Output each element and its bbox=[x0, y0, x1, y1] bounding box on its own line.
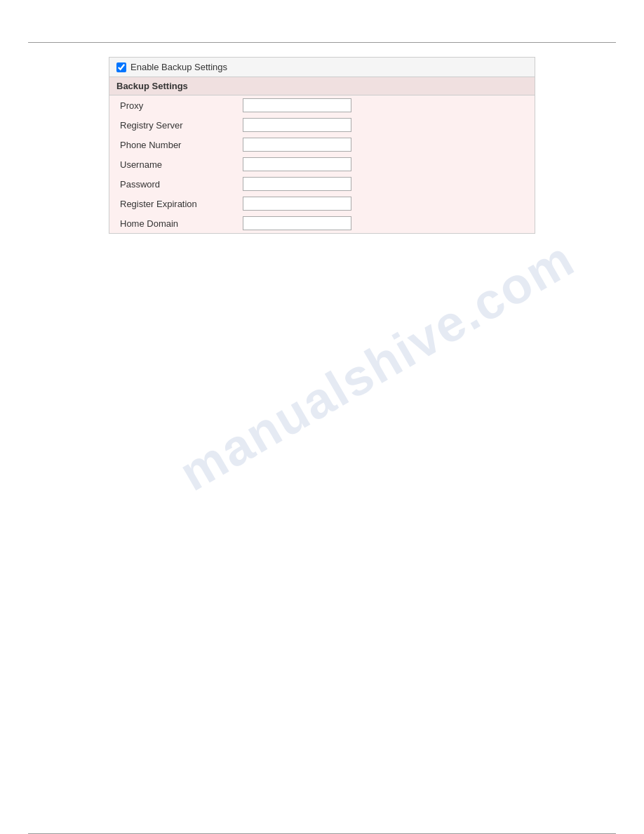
input-proxy[interactable] bbox=[243, 98, 351, 112]
watermark: manualshive.com bbox=[170, 230, 584, 502]
form-row-register-expiration: Register Expiration bbox=[109, 194, 535, 213]
enable-backup-label: Enable Backup Settings bbox=[130, 62, 227, 72]
content-area: Enable Backup Settings Backup Settings P… bbox=[109, 57, 535, 234]
form-row-phone-number: Phone Number bbox=[109, 135, 535, 154]
form-row-password: Password bbox=[109, 174, 535, 194]
label-home-domain: Home Domain bbox=[116, 218, 243, 229]
page-container: Enable Backup Settings Backup Settings P… bbox=[0, 42, 644, 834]
backup-settings-table: Backup Settings Proxy Registry Server Ph… bbox=[109, 77, 535, 234]
label-password: Password bbox=[116, 179, 243, 190]
form-row-username: Username bbox=[109, 154, 535, 174]
input-register-expiration[interactable] bbox=[243, 197, 351, 211]
form-row-proxy: Proxy bbox=[109, 95, 535, 115]
label-phone-number: Phone Number bbox=[116, 140, 243, 150]
input-registry-server[interactable] bbox=[243, 118, 351, 132]
form-row-home-domain: Home Domain bbox=[109, 213, 535, 233]
top-rule bbox=[28, 42, 616, 43]
backup-settings-header: Backup Settings bbox=[109, 77, 535, 95]
enable-backup-checkbox[interactable] bbox=[116, 62, 126, 72]
enable-backup-row: Enable Backup Settings bbox=[109, 57, 535, 77]
input-phone-number[interactable] bbox=[243, 138, 351, 152]
label-proxy: Proxy bbox=[116, 100, 243, 111]
input-password[interactable] bbox=[243, 177, 351, 191]
input-username[interactable] bbox=[243, 157, 351, 171]
input-home-domain[interactable] bbox=[243, 216, 351, 230]
label-register-expiration: Register Expiration bbox=[116, 199, 243, 209]
label-username: Username bbox=[116, 159, 243, 170]
form-row-registry-server: Registry Server bbox=[109, 115, 535, 135]
label-registry-server: Registry Server bbox=[116, 120, 243, 131]
